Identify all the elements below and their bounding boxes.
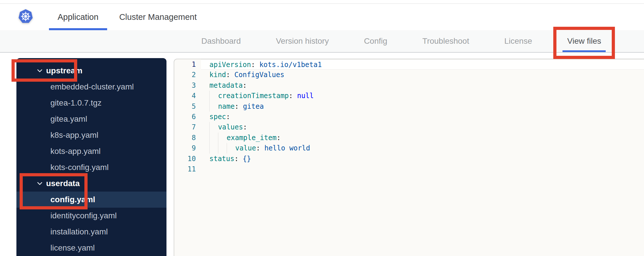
code-text: example_item: <box>201 133 644 143</box>
line-number: 5 <box>174 101 201 112</box>
sidebar-item-upstream[interactable]: upstream <box>16 63 166 79</box>
file-label: kots-app.yaml <box>50 147 101 156</box>
code-line-4[interactable]: 4 creationTimestamp: null <box>174 91 644 101</box>
line-number: 6 <box>174 112 201 122</box>
code-text: value: hello world <box>201 143 644 153</box>
nav-item-config[interactable]: Config <box>358 30 394 52</box>
file-label: identityconfig.yaml <box>50 211 117 220</box>
folder-label: userdata <box>46 179 80 188</box>
file-label: config.yaml <box>50 195 95 204</box>
code-line-8[interactable]: 8 example_item: <box>174 133 644 143</box>
code-line-1[interactable]: 1apiVersion: kots.io/v1beta1 <box>174 59 644 70</box>
nav-item-label: Dashboard <box>201 37 241 46</box>
file-label: embedded-cluster.yaml <box>50 82 134 91</box>
code-line-11[interactable]: 11 <box>174 164 644 174</box>
file-label: installation.yaml <box>50 227 108 236</box>
nav-item-license[interactable]: License <box>498 30 539 52</box>
code-line-5[interactable]: 5 name: gitea <box>174 101 644 112</box>
code-line-6[interactable]: 6spec: <box>174 112 644 122</box>
line-number: 10 <box>174 154 201 164</box>
nav-item-troubleshoot[interactable]: Troubleshoot <box>416 30 476 52</box>
sidebar-item-userdata[interactable]: userdata <box>16 175 166 192</box>
line-number: 1 <box>174 59 201 70</box>
sidebar-item-gitea-yaml[interactable]: gitea.yaml <box>16 111 166 127</box>
line-number: 8 <box>174 133 201 143</box>
tab-application[interactable]: Application <box>49 4 107 30</box>
file-label: license.yaml <box>50 243 95 253</box>
chevron-down-icon[interactable] <box>37 180 43 187</box>
code-text: metadata: <box>201 80 644 91</box>
code-line-10[interactable]: 10status: {} <box>174 154 644 164</box>
nav-item-label: View files <box>567 37 601 46</box>
code-editor[interactable]: 1apiVersion: kots.io/v1beta12kind: Confi… <box>174 59 644 256</box>
code-line-2[interactable]: 2kind: ConfigValues <box>174 70 644 80</box>
code-text: values: <box>201 122 644 132</box>
file-tree-sidebar: upstreamembedded-cluster.yamlgitea-1.0.7… <box>16 58 166 256</box>
nav-item-label: Config <box>364 37 387 46</box>
sidebar-item-k8s-app-yaml[interactable]: k8s-app.yaml <box>16 127 166 143</box>
tab-cluster-management[interactable]: Cluster Management <box>111 4 205 30</box>
sidebar-item-gitea-1-0-7-tgz[interactable]: gitea-1.0.7.tgz <box>16 95 166 111</box>
nav-item-view-files[interactable]: View files <box>561 30 607 52</box>
code-text: name: gitea <box>201 101 644 112</box>
file-label: kots-config.yaml <box>50 163 109 172</box>
code-text <box>201 164 644 174</box>
code-lines: 1apiVersion: kots.io/v1beta12kind: Confi… <box>174 59 644 174</box>
code-text: spec: <box>201 112 644 122</box>
top-bar: ApplicationCluster Management <box>0 4 644 30</box>
line-number: 3 <box>174 80 201 91</box>
nav-item-label: Troubleshoot <box>423 37 469 46</box>
file-label: gitea-1.0.7.tgz <box>50 98 101 108</box>
app-level-tabs: ApplicationCluster Management <box>49 4 205 30</box>
sidebar-item-kots-config-yaml[interactable]: kots-config.yaml <box>16 159 166 175</box>
sidebar-item-license-yaml[interactable]: license.yaml <box>16 240 166 256</box>
kubernetes-logo-icon <box>18 9 33 24</box>
code-text: kind: ConfigValues <box>201 70 644 80</box>
file-label: k8s-app.yaml <box>50 131 99 140</box>
code-line-9[interactable]: 9 value: hello world <box>174 143 644 153</box>
nav-item-label: Version history <box>276 37 329 46</box>
file-label: gitea.yaml <box>50 114 87 124</box>
sidebar-item-installation-yaml[interactable]: installation.yaml <box>16 224 166 240</box>
sidebar-item-identityconfig-yaml[interactable]: identityconfig.yaml <box>16 208 166 224</box>
nav-item-label: License <box>504 37 532 46</box>
sidebar-item-embedded-cluster-yaml[interactable]: embedded-cluster.yaml <box>16 79 166 95</box>
code-line-3[interactable]: 3metadata: <box>174 80 644 91</box>
sidebar-item-config-yaml[interactable]: config.yaml <box>16 192 166 208</box>
application-nav: DashboardVersion historyConfigTroublesho… <box>0 30 644 53</box>
sidebar-item-kots-app-yaml[interactable]: kots-app.yaml <box>16 143 166 159</box>
line-number: 9 <box>174 143 201 153</box>
chevron-down-icon[interactable] <box>37 68 43 74</box>
line-number: 11 <box>174 164 201 174</box>
nav-item-dashboard[interactable]: Dashboard <box>195 30 247 52</box>
line-number: 2 <box>174 70 201 80</box>
nav-item-version-history[interactable]: Version history <box>270 30 335 52</box>
code-line-7[interactable]: 7 values: <box>174 122 644 132</box>
kots-admin-console: ApplicationCluster Management DashboardV… <box>0 0 644 256</box>
code-text: apiVersion: kots.io/v1beta1 <box>201 59 644 70</box>
folder-label: upstream <box>46 66 82 75</box>
line-number: 7 <box>174 122 201 132</box>
code-text: creationTimestamp: null <box>201 91 644 101</box>
code-text: status: {} <box>201 154 644 164</box>
line-number: 4 <box>174 91 201 101</box>
